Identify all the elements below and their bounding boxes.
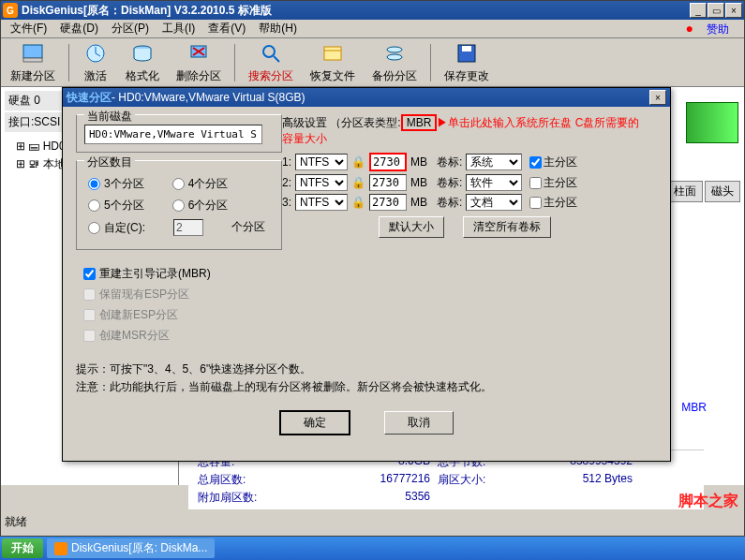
maximize-button[interactable]: ▭ bbox=[708, 3, 724, 18]
mbr-label: MBR bbox=[681, 401, 707, 414]
mb-label: MB bbox=[410, 176, 427, 189]
radio-6-partitions[interactable]: 6个分区 bbox=[172, 198, 229, 214]
disk-preview bbox=[686, 102, 738, 143]
vol-select-3[interactable]: 文档 bbox=[466, 194, 522, 211]
toolbar-recover[interactable]: 恢复文件 bbox=[306, 38, 359, 86]
new-icon bbox=[20, 40, 46, 66]
svg-rect-6 bbox=[324, 47, 341, 60]
partition-row-3: 3:NTFS🔒MB卷标:文档主分区 bbox=[282, 194, 648, 211]
size-input-2[interactable] bbox=[369, 174, 407, 191]
menu-file[interactable]: 文件(F) bbox=[5, 19, 52, 38]
dialog-hints: 提示：可按下"3、4、5、6"快速选择分区个数。 注意：此功能执行后，当前磁盘上… bbox=[76, 352, 657, 401]
partition-row-2: 2:NTFS🔒MB卷标:软件主分区 bbox=[282, 174, 648, 191]
toolbar-save[interactable]: 保存更改 bbox=[440, 38, 493, 86]
toolbar-delete[interactable]: 删除分区 bbox=[172, 38, 225, 86]
delete-icon bbox=[186, 40, 212, 66]
row-num: 1: bbox=[282, 155, 291, 169]
search-icon bbox=[258, 40, 284, 66]
vol-label: 卷标: bbox=[437, 175, 462, 191]
format-icon bbox=[129, 40, 156, 66]
menu-help[interactable]: 帮助(H) bbox=[253, 19, 303, 38]
current-disk-group: 当前磁盘 HD0:VMware,VMware Virtual S bbox=[76, 114, 282, 153]
partition-count-group: 分区数目 3个分区 4个分区 5个分区 6个分区 自定(C): 个分区 bbox=[76, 160, 282, 250]
hint-2: 注意：此功能执行后，当前磁盘上的现有分区将被删除。新分区将会被快速格式化。 bbox=[76, 379, 657, 395]
fs-select-1[interactable]: NTFS bbox=[295, 154, 348, 170]
svg-rect-10 bbox=[462, 46, 471, 52]
row-num: 3: bbox=[282, 196, 291, 209]
col-cylinder[interactable]: 柱面 bbox=[667, 181, 703, 202]
toolbar-format[interactable]: 格式化 bbox=[122, 38, 163, 86]
app-icon: G bbox=[3, 3, 18, 18]
svg-point-8 bbox=[387, 54, 402, 60]
primary-checkbox-3[interactable]: 主分区 bbox=[529, 195, 577, 211]
custom-count-suffix: 个分区 bbox=[231, 219, 265, 236]
dialog-close-button[interactable]: × bbox=[649, 90, 666, 105]
info-v-extra: 5356 bbox=[290, 490, 430, 506]
recover-icon bbox=[320, 40, 346, 66]
info-k-sectors: 总扇区数: bbox=[198, 472, 282, 488]
toolbar-backup[interactable]: 备份分区 bbox=[368, 38, 421, 86]
radio-5-partitions[interactable]: 5个分区 bbox=[88, 198, 144, 214]
vol-label: 卷标: bbox=[437, 155, 462, 170]
clear-labels-button[interactable]: 清空所有卷标 bbox=[463, 216, 551, 238]
cancel-button[interactable]: 取消 bbox=[384, 411, 454, 435]
fs-select-2[interactable]: NTFS bbox=[295, 174, 348, 191]
partition-count-legend: 分区数目 bbox=[84, 155, 135, 170]
toolbar-search[interactable]: 搜索分区 bbox=[245, 38, 297, 86]
checkbox-msr: 创建MSR分区 bbox=[83, 328, 275, 344]
svg-point-5 bbox=[263, 46, 275, 57]
dialog-title-a: 快速分区 bbox=[67, 90, 112, 106]
backup-icon bbox=[381, 40, 408, 66]
custom-count-input[interactable] bbox=[173, 219, 203, 236]
minimize-button[interactable]: _ bbox=[690, 3, 707, 18]
dialog-titlebar: 快速分区 - HD0:VMware,VMware Virtual S(8GB) … bbox=[63, 88, 670, 107]
lock-icon[interactable]: 🔒 bbox=[351, 176, 365, 189]
sponsor-link[interactable]: ●赞助 bbox=[675, 19, 740, 39]
ok-button[interactable]: 确定 bbox=[279, 410, 350, 435]
menu-tools[interactable]: 工具(I) bbox=[156, 19, 201, 38]
radio-4-partitions[interactable]: 4个分区 bbox=[172, 176, 229, 192]
primary-checkbox-2[interactable]: 主分区 bbox=[529, 175, 577, 191]
activate-icon bbox=[82, 40, 109, 66]
close-button[interactable]: × bbox=[725, 3, 742, 18]
fs-select-3[interactable]: NTFS bbox=[295, 194, 348, 211]
svg-point-7 bbox=[387, 47, 402, 52]
size-input-1[interactable] bbox=[369, 153, 407, 171]
radio-3-partitions[interactable]: 3个分区 bbox=[88, 176, 144, 192]
size-input-3[interactable] bbox=[369, 194, 407, 211]
current-disk-name: HD0:VMware,VMware Virtual S bbox=[84, 125, 262, 144]
menubar: 文件(F) 硬盘(D) 分区(P) 工具(I) 查看(V) 帮助(H) ●赞助 bbox=[1, 20, 744, 38]
radio-custom[interactable]: 自定(C): bbox=[88, 219, 145, 236]
current-disk-legend: 当前磁盘 bbox=[84, 109, 135, 125]
lock-icon[interactable]: 🔒 bbox=[351, 155, 365, 169]
row-num: 2: bbox=[282, 176, 291, 189]
info-v-sectors: 16777216 bbox=[290, 472, 430, 488]
menu-view[interactable]: 查看(V) bbox=[202, 19, 251, 38]
checkbox-keep-esp: 保留现有ESP分区 bbox=[83, 287, 275, 302]
toolbar-new[interactable]: 新建分区 bbox=[7, 38, 59, 86]
lock-icon[interactable]: 🔒 bbox=[351, 196, 365, 209]
primary-checkbox-1[interactable]: 主分区 bbox=[529, 155, 577, 170]
toolbar: 新建分区激活格式化删除分区搜索分区恢复文件备份分区保存更改 bbox=[1, 38, 744, 87]
hint-1: 提示：可按下"3、4、5、6"快速选择分区个数。 bbox=[76, 361, 657, 377]
menu-partition[interactable]: 分区(P) bbox=[106, 19, 155, 38]
quick-partition-dialog: 快速分区 - HD0:VMware,VMware Virtual S(8GB) … bbox=[62, 87, 671, 462]
vol-select-2[interactable]: 软件 bbox=[466, 174, 522, 191]
mb-label: MB bbox=[410, 196, 427, 209]
col-head[interactable]: 磁头 bbox=[705, 181, 740, 202]
info-v-sector-size: 512 Bytes bbox=[520, 472, 633, 488]
partition-row-1: 1:NTFS🔒MB卷标:系统主分区 bbox=[282, 153, 648, 171]
taskbar-item-diskgenius[interactable]: DiskGenius[原名: DiskMa... bbox=[47, 538, 215, 558]
dialog-title-b: - HD0:VMware,VMware Virtual S(8GB) bbox=[112, 91, 305, 104]
checkbox-rebuild-mbr[interactable]: 重建主引导记录(MBR) bbox=[83, 266, 275, 282]
default-size-button[interactable]: 默认大小 bbox=[379, 216, 444, 238]
vol-label: 卷标: bbox=[437, 195, 462, 211]
menu-disk[interactable]: 硬盘(D) bbox=[54, 19, 104, 38]
svg-rect-1 bbox=[23, 58, 42, 62]
toolbar-activate[interactable]: 激活 bbox=[79, 38, 112, 86]
advanced-header: 高级设置 （分区表类型:MBR▶单击此处输入系统所在盘 C盘所需要的容量大小 bbox=[282, 114, 648, 147]
watermark: 脚本之家 bbox=[678, 492, 738, 511]
vol-select-1[interactable]: 系统 bbox=[466, 154, 522, 170]
window-title: DiskGenius[原名：DiskMan] V3.2.2010.5 标准版 bbox=[22, 3, 690, 19]
start-button[interactable]: 开始 bbox=[2, 538, 43, 558]
